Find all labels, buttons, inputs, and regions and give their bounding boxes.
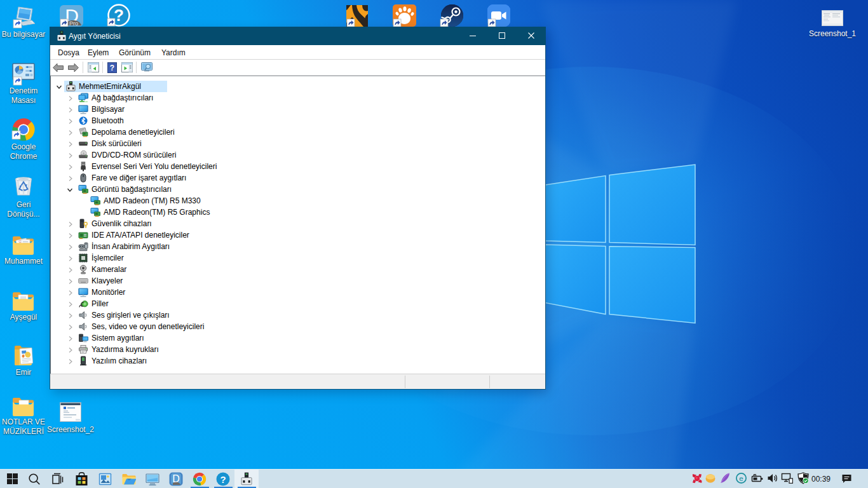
svg-text:e: e	[739, 475, 743, 483]
svg-text:?: ?	[220, 474, 226, 485]
svg-text:Pro: Pro	[69, 20, 78, 27]
svg-text:?: ?	[114, 6, 124, 25]
svg-text:?: ?	[110, 64, 114, 72]
